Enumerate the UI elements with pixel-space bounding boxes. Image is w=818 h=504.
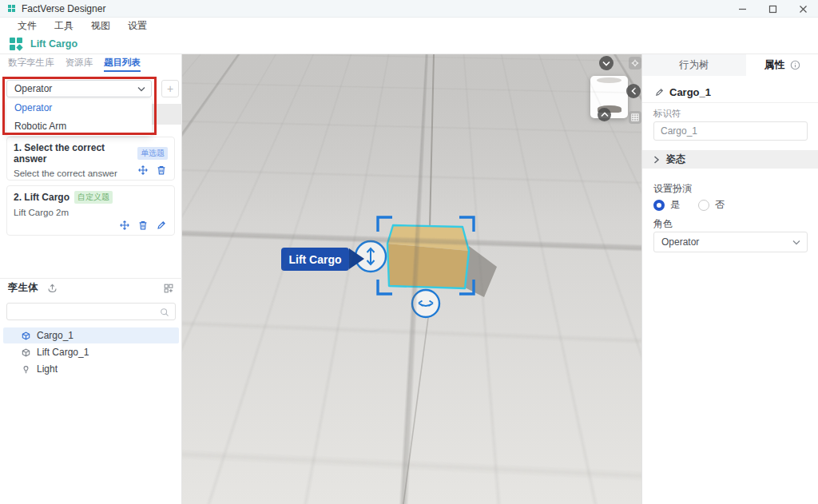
twins-search-input[interactable] <box>6 303 176 320</box>
menu-tools[interactable]: 工具 <box>54 19 73 33</box>
question-type-badge: 单选题 <box>137 147 168 160</box>
dropdown-option-robotic-arm[interactable]: Robotic Arm <box>6 117 152 136</box>
cargo-box-front[interactable] <box>387 244 469 288</box>
nav-chevron-up-icon[interactable] <box>598 108 611 121</box>
menu-file[interactable]: 文件 <box>18 19 37 33</box>
nav-grid-icon[interactable] <box>629 111 641 124</box>
twins-section-header: 孪生体 <box>0 278 182 297</box>
upload-icon[interactable] <box>46 282 58 294</box>
obscured-ui-fragment <box>149 104 182 125</box>
role-select[interactable]: Operator <box>653 232 808 252</box>
app-logo-icon <box>8 5 15 12</box>
right-panel-tabs: 行为树 属性 <box>642 54 818 76</box>
axis-pole-upper <box>430 54 434 228</box>
menu-settings[interactable]: 设置 <box>128 19 147 33</box>
tree-item-label: Light <box>37 363 58 375</box>
scene-viewport[interactable]: Lift Cargo <box>182 54 641 504</box>
components-icon[interactable] <box>163 283 174 294</box>
title-bar: FactVerse Designer <box>0 0 818 18</box>
minimize-button[interactable] <box>727 0 757 18</box>
nav-chevron-down-icon[interactable] <box>599 56 614 70</box>
move-icon[interactable] <box>119 220 130 231</box>
main-toolbar: Lift Cargo <box>0 34 818 54</box>
identifier-label: 标识符 <box>653 108 681 120</box>
question-title: 2. Lift Cargo <box>14 192 69 203</box>
tree-item-cargo-1[interactable]: Cargo_1 <box>3 327 179 343</box>
pose-section-header[interactable]: 姿态 <box>642 150 818 169</box>
project-logo-icon <box>10 38 22 50</box>
selected-object-title: Cargo_1 <box>669 86 711 98</box>
label-arrow-tail <box>349 248 364 269</box>
twins-title: 孪生体 <box>8 281 38 295</box>
info-icon[interactable] <box>790 60 800 70</box>
left-sidebar: 数字孪生库 资源库 题目列表 Operator + Operator Robot… <box>0 54 182 504</box>
tree-item-lift-cargo-1[interactable]: Lift Cargo_1 <box>3 344 179 360</box>
close-button[interactable] <box>788 0 818 18</box>
radio-yes[interactable] <box>653 200 665 211</box>
menu-bar: 文件 工具 视图 设置 <box>0 18 818 34</box>
move-icon[interactable] <box>137 165 149 176</box>
scene-canvas[interactable] <box>182 54 641 504</box>
cube-top-face <box>597 77 621 83</box>
tab-properties[interactable]: 属性 <box>746 54 818 76</box>
nav-chevron-left-icon[interactable] <box>626 84 641 98</box>
cube-icon <box>21 347 31 358</box>
radio-yes-label[interactable]: 是 <box>670 198 680 212</box>
divider <box>642 102 818 103</box>
edit-pencil-icon[interactable] <box>156 220 167 231</box>
role-select-dropdown-menu: Operator Robotic Arm <box>6 99 152 136</box>
add-question-button[interactable]: + <box>161 80 179 97</box>
rename-pencil-icon[interactable] <box>654 87 665 97</box>
tab-behavior-tree[interactable]: 行为树 <box>642 54 746 76</box>
axis-pole-lower <box>403 318 428 504</box>
roleplay-radio-group: 是 否 <box>653 198 725 212</box>
radio-no[interactable] <box>698 200 709 211</box>
radio-no-label[interactable]: 否 <box>715 198 725 212</box>
question-role-select-value: Operator <box>14 83 52 94</box>
avatar-head <box>601 88 618 109</box>
properties-panel: 行为树 属性 Cargo_1 标识符 姿态 设置扮演 是 否 角色 Operat… <box>641 54 818 504</box>
chevron-down-icon <box>137 86 145 93</box>
question-card-1[interactable]: 1. Select the correct answer 单选题 Select … <box>6 137 175 181</box>
scene-action-label[interactable]: Lift Cargo <box>281 248 349 271</box>
question-title: 1. Select the correct answer <box>14 142 133 165</box>
maximize-button[interactable] <box>757 0 788 18</box>
tab-resource-library[interactable]: 资源库 <box>66 57 93 72</box>
question-type-badge: 自定义题 <box>74 191 113 204</box>
library-tabs: 数字孪生库 资源库 题目列表 <box>0 54 182 75</box>
question-role-select[interactable]: Operator <box>6 80 152 97</box>
question-desc: Lift Cargo 2m <box>14 208 168 217</box>
rotate-handle[interactable] <box>412 290 439 317</box>
tree-item-light[interactable]: Light <box>3 361 179 377</box>
light-bulb-icon <box>21 364 31 375</box>
trash-icon[interactable] <box>156 165 167 176</box>
pose-label: 姿态 <box>666 153 685 166</box>
nav-target-icon[interactable] <box>629 57 641 69</box>
cube-icon <box>21 331 31 341</box>
chevron-down-icon <box>792 240 800 246</box>
tab-digital-twin-library[interactable]: 数字孪生库 <box>8 57 54 72</box>
dropdown-option-operator[interactable]: Operator <box>6 99 152 117</box>
role-select-value: Operator <box>661 236 699 248</box>
chevron-right-icon <box>653 156 660 164</box>
tree-item-label: Lift Cargo_1 <box>37 347 89 358</box>
roleplay-label: 设置扮演 <box>653 182 692 196</box>
search-icon <box>160 308 169 317</box>
menu-view[interactable]: 视图 <box>91 19 110 33</box>
window-title: FactVerse Designer <box>22 3 105 14</box>
project-name: Lift Cargo <box>30 38 77 50</box>
trash-icon[interactable] <box>137 220 149 231</box>
role-label: 角色 <box>653 217 673 231</box>
tab-question-list[interactable]: 题目列表 <box>104 57 141 72</box>
identifier-input[interactable] <box>653 121 808 141</box>
question-card-2[interactable]: 2. Lift Cargo 自定义题 Lift Cargo 2m <box>6 185 175 236</box>
cargo-shadow <box>465 246 497 297</box>
tree-item-label: Cargo_1 <box>37 330 73 341</box>
